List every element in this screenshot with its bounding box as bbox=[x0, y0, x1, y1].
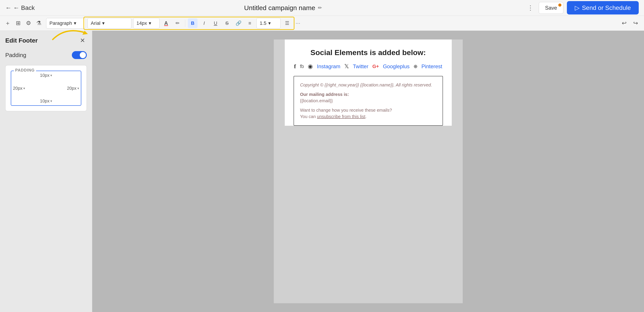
unsub-suffix: . bbox=[366, 114, 367, 119]
undo-icon: ↩ bbox=[622, 20, 627, 26]
padding-top-value: 10px bbox=[40, 73, 50, 78]
mailing-address-email: {{location.email}} bbox=[300, 98, 436, 103]
padding-toggle[interactable] bbox=[72, 51, 87, 59]
send-or-schedule-button[interactable]: ▷ Send or Schedule bbox=[567, 1, 639, 14]
back-button[interactable]: ← ← Back bbox=[5, 4, 40, 11]
unsub-prefix: You can bbox=[300, 114, 317, 119]
padding-tag-label: PADDING bbox=[14, 68, 36, 73]
align-icon: ≡ bbox=[248, 20, 251, 26]
padding-left-chevron: ▾ bbox=[23, 86, 25, 90]
unsub-text-2: You can unsubscribe from this list. bbox=[300, 114, 436, 119]
canvas-area: Social Elements is added below: f fb ◉ I… bbox=[92, 31, 644, 312]
twitter-link[interactable]: Twitter bbox=[353, 63, 368, 70]
link-button[interactable]: 🔗 bbox=[234, 18, 243, 28]
list-button[interactable]: ☰ bbox=[282, 18, 292, 28]
link-icon: 🔗 bbox=[236, 20, 242, 26]
settings-icon[interactable]: ⚙ bbox=[24, 18, 32, 28]
padding-left-value: 20px bbox=[13, 86, 22, 91]
back-arrow-icon: ← bbox=[5, 4, 12, 11]
font-size-label: 14px bbox=[136, 20, 147, 26]
unsub-text-1: Want to change how you receive these ema… bbox=[300, 108, 436, 113]
sidebar-header: Edit Footer ✕ bbox=[5, 36, 87, 45]
font-size-select[interactable]: 14px ▾ bbox=[133, 18, 160, 28]
paragraph-chevron-icon: ▾ bbox=[74, 20, 76, 26]
list-icon: ☰ bbox=[285, 20, 289, 26]
padding-right-control[interactable]: 20px ▾ bbox=[67, 86, 79, 91]
left-sidebar: Edit Footer ✕ Padding PADDING 10px ▾ 10p… bbox=[0, 31, 92, 312]
paragraph-style-label: Paragraph bbox=[50, 20, 72, 26]
unsaved-indicator bbox=[558, 3, 562, 6]
header-title-area: Untitled campaign name ✏ bbox=[40, 4, 526, 12]
unsubscribe-link[interactable]: unsubscribe from this list bbox=[317, 114, 366, 119]
pinterest-icon: ⊕ bbox=[414, 64, 418, 69]
toolbar-more-button[interactable]: ··· bbox=[294, 20, 302, 26]
padding-right-value: 20px bbox=[67, 86, 76, 91]
facebook-icon: f bbox=[294, 63, 296, 70]
add-element-icon[interactable]: ＋ bbox=[4, 18, 12, 28]
highlight-icon: ✏ bbox=[176, 20, 180, 26]
pinterest-link[interactable]: Pinterest bbox=[422, 63, 442, 70]
line-height-chevron-icon: ▾ bbox=[268, 20, 271, 26]
toolbar-separator-1 bbox=[185, 20, 185, 27]
align-button[interactable]: ≡ bbox=[245, 18, 255, 28]
paragraph-style-select[interactable]: Paragraph ▾ bbox=[46, 18, 86, 28]
undo-button[interactable]: ↩ bbox=[620, 18, 629, 28]
send-icon: ▷ bbox=[575, 4, 580, 11]
instagram-link[interactable]: Instagram bbox=[317, 63, 340, 70]
preview-icon[interactable]: ⚗ bbox=[35, 18, 43, 28]
header: ← ← Back Untitled campaign name ✏ ⋮ Save… bbox=[0, 0, 644, 16]
twitter-bird-icon: 𝕏 bbox=[344, 63, 349, 70]
email-content: Social Elements is added below: f fb ◉ I… bbox=[285, 39, 452, 126]
italic-button[interactable]: I bbox=[199, 18, 209, 28]
back-label: ← Back bbox=[13, 4, 35, 11]
highlight-color-button[interactable]: ✏ bbox=[173, 18, 182, 28]
underline-button[interactable]: U bbox=[211, 18, 220, 28]
padding-top-chevron: ▾ bbox=[50, 73, 52, 77]
undo-redo-group: ↩ ↪ bbox=[620, 18, 640, 28]
padding-bottom-value: 10px bbox=[40, 99, 50, 104]
font-family-select[interactable]: Arial ▾ bbox=[88, 18, 132, 28]
redo-icon: ↪ bbox=[633, 20, 638, 26]
padding-label: Padding bbox=[5, 52, 26, 59]
sidebar-title: Edit Footer bbox=[5, 37, 38, 44]
padding-toggle-row: Padding bbox=[5, 51, 87, 59]
copyright-text: Copyright © {{right_now.year}} {{locatio… bbox=[300, 83, 436, 88]
social-heading: Social Elements is added below: bbox=[294, 48, 443, 57]
fb-icon: fb bbox=[300, 64, 304, 69]
font-color-icon: A bbox=[164, 20, 168, 26]
save-button[interactable]: Save bbox=[539, 2, 564, 14]
toolbar-left-icons: ＋ ⊞ ⚙ ⚗ bbox=[4, 18, 43, 28]
redo-button[interactable]: ↪ bbox=[631, 18, 640, 28]
line-height-select[interactable]: 1.5 ▾ bbox=[256, 18, 280, 28]
bold-button[interactable]: B bbox=[188, 18, 198, 28]
layers-icon[interactable]: ⊞ bbox=[14, 18, 22, 28]
strikethrough-button[interactable]: S bbox=[222, 18, 232, 28]
toolbar: ＋ ⊞ ⚙ ⚗ Paragraph ▾ Arial ▾ 14px ▾ A ✏ B… bbox=[0, 16, 644, 31]
font-family-label: Arial bbox=[91, 20, 100, 26]
padding-left-control[interactable]: 20px ▾ bbox=[13, 86, 25, 91]
line-height-label: 1.5 bbox=[260, 20, 266, 26]
size-chevron-icon: ▾ bbox=[149, 20, 151, 26]
googleplus-link[interactable]: Googleplus bbox=[383, 63, 410, 70]
email-canvas: Social Elements is added below: f fb ◉ I… bbox=[274, 39, 463, 303]
campaign-name[interactable]: Untitled campaign name bbox=[244, 4, 315, 12]
padding-box-container: PADDING 10px ▾ 10px ▾ 20px ▾ 20px ▾ bbox=[5, 65, 87, 111]
footer-box: Copyright © {{right_now.year}} {{locatio… bbox=[294, 76, 443, 126]
more-options-icon[interactable]: ⋮ bbox=[526, 2, 535, 13]
padding-right-chevron: ▾ bbox=[77, 86, 79, 90]
social-links-row: f fb ◉ Instagram 𝕏 Twitter G+ Googleplus… bbox=[294, 63, 443, 70]
edit-campaign-icon[interactable]: ✏ bbox=[318, 5, 322, 11]
sidebar-close-button[interactable]: ✕ bbox=[78, 36, 87, 45]
header-actions: ⋮ Save ▷ Send or Schedule bbox=[526, 1, 639, 14]
padding-bottom-control[interactable]: 10px ▾ bbox=[40, 99, 52, 104]
padding-bottom-chevron: ▾ bbox=[50, 99, 52, 103]
googleplus-icon: G+ bbox=[372, 64, 379, 69]
instagram-icon: ◉ bbox=[308, 63, 313, 70]
mailing-address-title: Our mailing address is: bbox=[300, 92, 436, 97]
font-chevron-icon: ▾ bbox=[102, 20, 104, 26]
padding-top-control[interactable]: 10px ▾ bbox=[40, 73, 52, 78]
font-color-button[interactable]: A bbox=[161, 18, 171, 28]
main-layout: Edit Footer ✕ Padding PADDING 10px ▾ 10p… bbox=[0, 31, 644, 312]
padding-box: PADDING 10px ▾ 10px ▾ 20px ▾ 20px ▾ bbox=[11, 71, 81, 106]
